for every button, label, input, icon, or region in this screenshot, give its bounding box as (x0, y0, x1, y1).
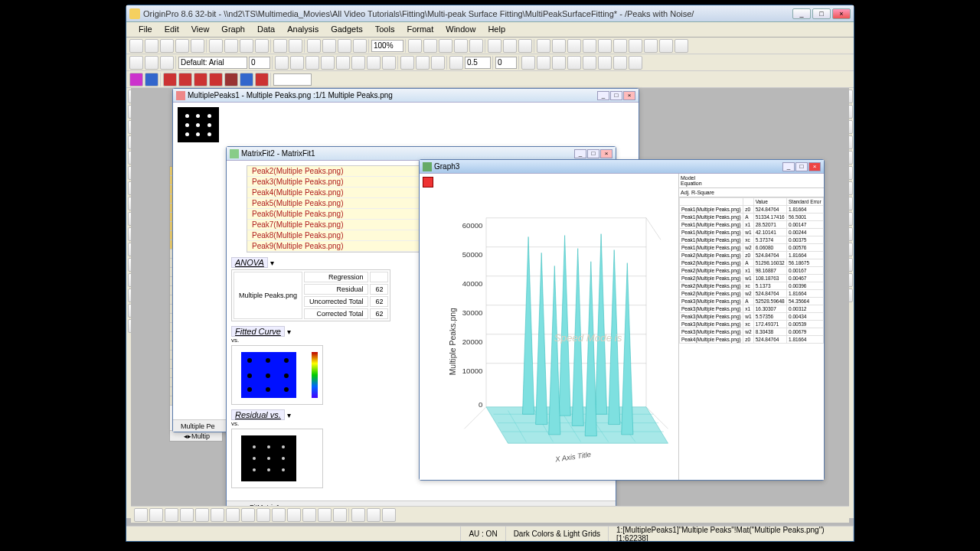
subscript-icon[interactable] (336, 56, 350, 70)
align-center-icon[interactable] (537, 56, 550, 70)
slideshow-icon[interactable] (503, 39, 517, 53)
histogram-icon[interactable] (382, 508, 396, 522)
fitted-curve-header[interactable]: Fitted Curve (231, 326, 285, 337)
3d-surface-icon[interactable] (241, 508, 255, 522)
child-close-button[interactable]: × (808, 162, 821, 171)
greek-icon[interactable] (351, 56, 365, 70)
superscript-icon[interactable] (321, 56, 335, 70)
menu-gadgets[interactable]: Gadgets (325, 22, 369, 37)
print-preview-icon[interactable] (289, 39, 302, 53)
vector-plot-icon[interactable] (318, 508, 332, 522)
merge-icon[interactable] (598, 39, 612, 53)
copy-page-icon[interactable] (307, 39, 321, 53)
child-max-button[interactable]: □ (610, 91, 622, 100)
fitted-curve-thumbnail[interactable] (231, 345, 323, 405)
bold-icon[interactable] (275, 56, 289, 70)
marker-combo[interactable] (273, 73, 312, 86)
layer-index-icon[interactable] (423, 177, 433, 187)
column-plot-icon[interactable] (180, 508, 194, 522)
align-right-icon[interactable] (552, 56, 566, 70)
font-color-icon[interactable] (400, 56, 414, 70)
decrease-font-icon[interactable] (382, 56, 396, 70)
graph-canvas[interactable]: 60000 50000 40000 30000 20000 10000 0 Mu… (420, 174, 678, 480)
data-reader-icon[interactable] (675, 39, 688, 53)
child-max-button[interactable]: □ (587, 149, 599, 158)
template-icon[interactable] (333, 508, 347, 522)
3d-bars-icon[interactable] (256, 508, 270, 522)
marker6-icon[interactable] (209, 73, 223, 86)
menu-view[interactable]: View (185, 22, 216, 37)
panel-grid-icon[interactable] (567, 39, 581, 53)
close-button[interactable]: × (832, 8, 851, 19)
marker3-icon[interactable] (163, 73, 177, 86)
layer-icon[interactable] (613, 56, 627, 70)
contour-icon[interactable] (287, 508, 301, 522)
line-symbol-icon[interactable] (165, 508, 178, 522)
align-bot-icon[interactable] (598, 56, 612, 70)
sheet-tab-label[interactable]: Multiple Pe (181, 422, 215, 430)
child-min-button[interactable]: _ (574, 149, 586, 158)
line-style-icon[interactable] (449, 56, 463, 70)
rotate-combo[interactable] (495, 57, 517, 69)
child-max-button[interactable]: □ (795, 162, 808, 171)
save-icon[interactable] (191, 39, 204, 53)
bar-plot-icon[interactable] (195, 508, 209, 522)
box-plot-icon[interactable] (367, 508, 381, 522)
refresh-icon[interactable] (338, 39, 351, 53)
panel-v-icon[interactable] (552, 39, 566, 53)
matrix-thumbnail[interactable] (178, 107, 219, 142)
open-icon[interactable] (175, 39, 189, 53)
add-column-icon[interactable] (488, 39, 501, 53)
area-plot-icon[interactable] (211, 508, 224, 522)
align-left-icon[interactable] (521, 56, 535, 70)
scatter-plot-icon[interactable] (149, 508, 163, 522)
print-icon[interactable] (273, 39, 287, 53)
zoom-out-icon[interactable] (644, 39, 658, 53)
marker1-icon[interactable] (129, 73, 143, 86)
import-wizard-icon[interactable] (255, 39, 269, 53)
code-builder-icon[interactable] (629, 56, 642, 70)
new-workbook-icon[interactable] (145, 39, 158, 53)
recalculate-icon[interactable] (353, 39, 367, 53)
import-icon[interactable] (209, 39, 223, 53)
pie-plot-icon[interactable] (226, 508, 240, 522)
new-excel-icon[interactable] (454, 39, 468, 53)
marker5-icon[interactable] (194, 73, 207, 86)
child-close-button[interactable]: × (600, 149, 612, 158)
child-min-button[interactable]: _ (597, 91, 609, 100)
italic-icon[interactable] (290, 56, 304, 70)
copy-icon[interactable] (145, 56, 158, 70)
zoom-combo[interactable] (371, 40, 403, 52)
stat-plot-icon[interactable] (351, 508, 365, 522)
import-single-icon[interactable] (224, 39, 238, 53)
new-graph-icon[interactable] (160, 39, 174, 53)
align-mid-icon[interactable] (583, 56, 596, 70)
cut-icon[interactable] (129, 56, 143, 70)
extract-icon[interactable] (583, 39, 596, 53)
new-project-icon[interactable] (129, 39, 143, 53)
publish-icon[interactable] (518, 39, 532, 53)
menu-file[interactable]: File (132, 22, 158, 37)
menu-edit[interactable]: Edit (158, 22, 185, 37)
marker2-icon[interactable] (145, 73, 158, 86)
marker9-icon[interactable] (255, 73, 269, 86)
menu-window[interactable]: Window (439, 22, 482, 37)
menu-analysis[interactable]: Analysis (281, 22, 325, 37)
zoom-in-icon[interactable] (629, 39, 642, 53)
residual-thumbnail[interactable] (231, 429, 323, 488)
menu-tools[interactable]: Tools (369, 22, 401, 37)
increase-font-icon[interactable] (367, 56, 381, 70)
new-notes-icon[interactable] (439, 39, 452, 53)
marker8-icon[interactable] (240, 73, 253, 86)
panel-h-icon[interactable] (537, 39, 550, 53)
minimize-button[interactable]: _ (792, 8, 811, 19)
fill-color-icon[interactable] (431, 56, 445, 70)
anova-section-header[interactable]: ANOVA (231, 257, 268, 268)
new-function-icon[interactable] (469, 39, 483, 53)
marker7-icon[interactable] (224, 73, 238, 86)
fontsize-combo[interactable] (249, 57, 270, 69)
align-top-icon[interactable] (567, 56, 581, 70)
menu-data[interactable]: Data (251, 22, 281, 37)
child-close-button[interactable]: × (623, 91, 635, 100)
child-min-button[interactable]: _ (782, 162, 795, 171)
